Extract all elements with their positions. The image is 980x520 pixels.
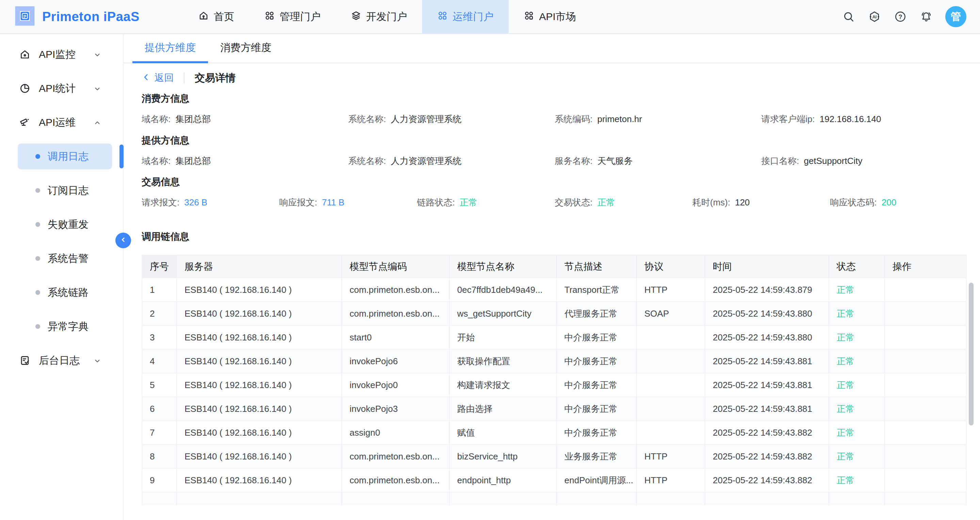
chevron-left-icon: [119, 236, 127, 245]
nav-item-label: 运维门户: [453, 10, 493, 24]
sidebar-item-label: 订阅日志: [48, 184, 89, 198]
table-row-9: 9ESB140 ( 192.168.16.140 )com.primeton.e…: [142, 469, 966, 493]
bullet-dot-icon: [35, 222, 40, 227]
table-cell: ESB140 ( 192.168.16.140 ): [177, 302, 342, 326]
field-耗时(ms): 耗时(ms):120: [692, 197, 830, 208]
sidebar-item-系统告警[interactable]: 系统告警: [0, 241, 123, 276]
nav-item-开发门户[interactable]: 开发门户: [336, 0, 422, 33]
table-header-row: 序号服务器模型节点编码模型节点名称节点描述协议时间状态操作: [142, 255, 966, 278]
field-label: 耗时(ms):: [692, 197, 730, 208]
table-cell: 6: [142, 397, 177, 421]
table-cell: 1: [142, 278, 177, 302]
table-cell: 4: [142, 350, 177, 373]
topbar-actions: AI ? 管: [842, 0, 966, 33]
back-button[interactable]: 返回: [142, 71, 173, 84]
bullet-dot-icon: [35, 154, 40, 159]
sidebar-item-系统链路[interactable]: 系统链路: [0, 276, 123, 309]
status-cell: 正常: [829, 326, 885, 350]
sidebar-item-订阅日志[interactable]: 订阅日志: [0, 173, 123, 208]
field-value: 人力资源管理系统: [391, 114, 461, 124]
sidebar-collapse-button[interactable]: [115, 233, 131, 248]
table-cell: 赋值: [450, 421, 557, 445]
table-cell: 2025-05-22 14:59:43.879: [705, 278, 829, 302]
field-value-link[interactable]: 711 B: [322, 197, 344, 208]
bell-icon[interactable]: [920, 10, 933, 24]
detail-header: 返回 交易详情: [142, 70, 968, 86]
sidebar-group-API统计[interactable]: API统计: [0, 71, 123, 105]
table-cell: 路由选择: [450, 397, 557, 421]
doc-icon: [19, 355, 31, 366]
field-label: 请求客户端ip:: [761, 114, 815, 124]
table-cell: endpoint_http: [450, 469, 557, 493]
search-icon[interactable]: [842, 10, 856, 24]
table-cell: [177, 493, 342, 506]
table-cell: bizService_http: [450, 445, 557, 469]
table-cell: 获取操作配置: [450, 350, 557, 373]
column-header-服务器: 服务器: [177, 255, 342, 278]
nav-item-label: 管理门户: [280, 10, 321, 24]
table-cell: SOAP: [637, 302, 705, 326]
main-area: 提供方维度消费方维度 返回 交易详情 消费方信息域名称:集团总部系统名称:人力资…: [124, 34, 980, 520]
table-row-4: 4ESB140 ( 192.168.16.140 )invokePojo6获取操…: [142, 350, 966, 373]
status-cell: 正常: [829, 278, 885, 302]
table-cell: [637, 493, 705, 506]
sidebar-item-异常字典[interactable]: 异常字典: [0, 309, 123, 344]
field-系统名称: 系统名称:人力资源管理系统: [348, 155, 555, 167]
field-value: primeton.hr: [597, 114, 642, 124]
sidebar-group-API监控[interactable]: API监控: [0, 37, 123, 71]
table-cell: [885, 445, 967, 469]
field-label: 系统编码:: [555, 114, 593, 124]
table-cell: 2025-05-22 14:59:43.882: [705, 421, 829, 445]
table-cell: invokePojo3: [342, 397, 450, 421]
nav-item-运维门户[interactable]: 运维门户: [422, 0, 509, 33]
table-cell: HTTP: [637, 278, 705, 302]
back-label: 返回: [154, 71, 173, 84]
sidebar-group-后台日志[interactable]: 后台日志: [0, 344, 123, 377]
field-value-link[interactable]: 326 B: [184, 197, 207, 208]
tab-提供方维度[interactable]: 提供方维度: [132, 34, 208, 63]
field-label: 响应状态码:: [830, 197, 877, 208]
table-row-clipped: [142, 493, 966, 506]
bullet-dot-icon: [35, 256, 40, 261]
section-fields: 域名称:集团总部系统名称:人力资源管理系统服务名称:天气服务接口名称:getSu…: [142, 154, 968, 168]
field-label: 接口名称:: [761, 156, 799, 166]
tab-消费方维度[interactable]: 消费方维度: [208, 34, 283, 63]
table-cell: com.primeton.esb.on...: [342, 302, 450, 326]
sidebar-item-label: 失败重发: [48, 218, 89, 231]
sidebar-group-API运维[interactable]: API运维: [0, 105, 123, 140]
table-cell: 开始: [450, 326, 557, 350]
table-cell: ESB140 ( 192.168.16.140 ): [177, 350, 342, 373]
svg-text:AI: AI: [872, 14, 877, 19]
pie-icon: [19, 82, 31, 94]
sidebar-item-调用日志[interactable]: 调用日志: [0, 140, 123, 173]
chain-section-title: 调用链信息: [142, 229, 968, 244]
nav-item-首页[interactable]: 首页: [183, 0, 249, 33]
ai-assistant-icon[interactable]: AI: [868, 10, 881, 24]
avatar[interactable]: 管: [945, 6, 966, 27]
table-cell: 2025-05-22 14:59:43.881: [705, 373, 829, 397]
ops-icon: [19, 117, 31, 128]
chevron-up-icon: [93, 118, 102, 127]
help-icon[interactable]: ?: [894, 10, 907, 24]
table-cell: com.primeton.esb.on...: [342, 445, 450, 469]
table-vertical-scrollbar[interactable]: [969, 282, 974, 425]
sidebar-item-失败重发[interactable]: 失败重发: [0, 208, 123, 241]
status-cell: 正常: [829, 350, 885, 373]
info-sections: 消费方信息域名称:集团总部系统名称:人力资源管理系统系统编码:primeton.…: [142, 91, 968, 210]
nav-item-管理门户[interactable]: 管理门户: [249, 0, 336, 33]
table-row-7: 7ESB140 ( 192.168.16.140 )assign0赋值中介服务正…: [142, 421, 966, 445]
field-value: 人力资源管理系统: [391, 156, 461, 166]
table-cell: [885, 397, 967, 421]
table-cell: 2025-05-22 14:59:43.881: [705, 350, 829, 373]
table-cell: 中介服务正常: [557, 397, 637, 421]
table-cell: [885, 278, 967, 302]
app-logo[interactable]: P Primeton iPaaS: [14, 0, 140, 33]
table-cell: [637, 350, 705, 373]
sidebar-item-label: 系统链路: [48, 286, 89, 300]
nav-item-API市场[interactable]: API市场: [509, 0, 591, 33]
table-cell: 中介服务正常: [557, 350, 637, 373]
table-cell: [637, 373, 705, 397]
svg-text:?: ?: [898, 14, 902, 21]
field-value: 200: [881, 197, 896, 208]
nav-item-label: API市场: [539, 10, 576, 24]
